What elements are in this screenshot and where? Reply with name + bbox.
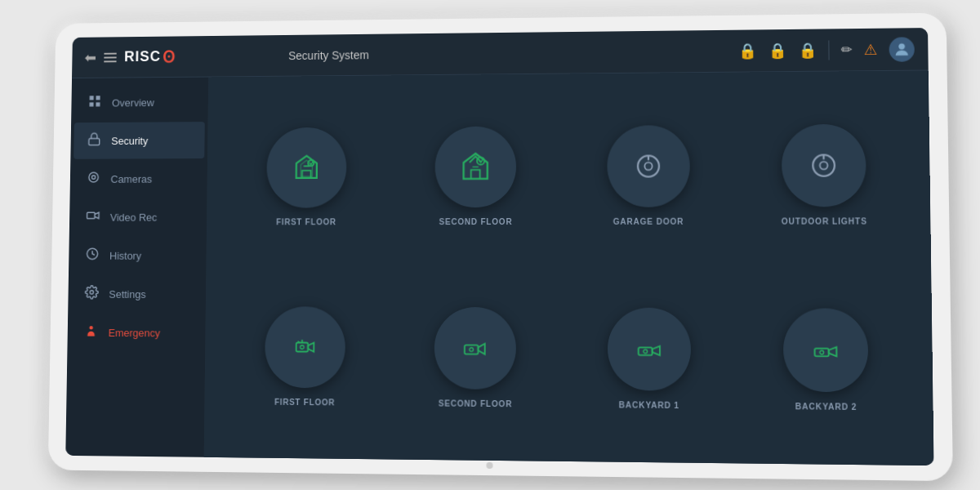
svg-point-26 (470, 347, 474, 351)
svg-point-7 (91, 176, 95, 179)
history-icon (84, 247, 100, 265)
menu-button[interactable] (104, 52, 116, 62)
zone-outdoor-lights[interactable]: OUTDOOR LIGHTS (781, 123, 867, 225)
sidebar-label-videorec: Video Rec (110, 211, 158, 223)
svg-rect-2 (96, 96, 100, 100)
header-divider (828, 40, 829, 60)
svg-rect-1 (90, 96, 94, 100)
videorec-icon (85, 208, 100, 226)
svg-rect-25 (465, 345, 479, 354)
sidebar-label-history: History (109, 249, 141, 261)
alert-icon[interactable]: ⚠ (864, 40, 878, 58)
zone-label-first-floor-security: FIRST FLOOR (276, 217, 336, 226)
svg-rect-5 (89, 139, 100, 145)
sidebar-label-emergency: Emergency (109, 327, 161, 339)
zone-label-first-floor-camera: FIRST FLOOR (274, 397, 335, 407)
zone-circle-garage-door[interactable] (607, 125, 690, 207)
security-icon (87, 132, 102, 149)
back-button[interactable]: ⬅ (84, 49, 96, 66)
zone-circle-second-floor[interactable] (435, 126, 517, 207)
zone-label-second-floor-camera: SECOND FLOOR (439, 399, 512, 408)
header-left: ⬅ RISC ʘ (84, 47, 288, 66)
sidebar-item-videorec[interactable]: Video Rec (73, 198, 204, 235)
overview-icon (87, 94, 102, 111)
zone-first-floor-security[interactable]: FIRST FLOOR (266, 127, 347, 225)
zone-garage-door[interactable]: GARAGE DOOR (607, 125, 690, 226)
logo-icon: ʘ (163, 49, 176, 65)
zone-second-floor-security[interactable]: SECOND FLOOR (435, 126, 517, 226)
emergency-icon (83, 323, 100, 341)
tablet-home-button[interactable] (486, 462, 492, 469)
svg-rect-3 (90, 102, 94, 106)
sidebar-item-emergency[interactable]: Emergency (70, 314, 203, 351)
header: ⬅ RISC ʘ Security System 🔒 🔒 🔒 ✏ ⚠ (72, 28, 929, 78)
zone-circle-backyard2[interactable] (783, 308, 869, 392)
main-content: Overview Security (65, 71, 933, 466)
svg-rect-27 (638, 347, 652, 354)
tablet-screen: ⬅ RISC ʘ Security System 🔒 🔒 🔒 ✏ ⚠ (65, 28, 933, 466)
sidebar-item-cameras[interactable]: Cameras (73, 160, 204, 197)
zone-backyard2[interactable]: BACKYARD 2 (783, 308, 869, 412)
content-area: FIRST FLOOR SECOND FLOOR (204, 71, 934, 466)
zone-circle-first-floor-camera[interactable] (265, 306, 345, 388)
svg-rect-21 (296, 342, 308, 351)
sidebar-label-settings: Settings (109, 287, 145, 300)
zone-circle-second-floor-camera[interactable] (434, 306, 516, 389)
svg-point-28 (643, 349, 647, 353)
sidebar: Overview Security (65, 78, 208, 457)
sidebar-item-history[interactable]: History (72, 237, 203, 274)
lock-orange-icon[interactable]: 🔒 (738, 42, 757, 60)
sidebar-item-overview[interactable]: Overview (74, 83, 205, 121)
sidebar-label-cameras: Cameras (110, 172, 152, 185)
svg-rect-4 (96, 102, 100, 106)
tablet-device: ⬅ RISC ʘ Security System 🔒 🔒 🔒 ✏ ⚠ (48, 13, 953, 481)
svg-point-30 (820, 350, 824, 354)
edit-icon[interactable]: ✏ (841, 42, 853, 57)
zone-circle-first-floor[interactable] (266, 127, 346, 207)
svg-point-22 (301, 345, 305, 349)
svg-point-6 (89, 172, 99, 182)
svg-point-19 (820, 161, 828, 168)
header-icons: 🔒 🔒 🔒 ✏ ⚠ (738, 37, 915, 63)
zone-backyard1[interactable]: BACKYARD 1 (607, 307, 690, 410)
svg-point-10 (90, 291, 93, 294)
sidebar-label-overview: Overview (112, 96, 154, 109)
zone-second-floor-camera[interactable]: SECOND FLOOR (434, 306, 516, 408)
zone-label-outdoor-lights: OUTDOOR LIGHTS (782, 216, 867, 225)
zone-label-backyard2: BACKYARD 2 (795, 401, 858, 411)
lock-green-icon[interactable]: 🔒 (768, 42, 787, 60)
avatar[interactable] (889, 37, 914, 62)
zone-label-second-floor-security: SECOND FLOOR (439, 217, 513, 226)
zone-label-garage-door: GARAGE DOOR (613, 216, 684, 225)
svg-point-16 (644, 162, 652, 169)
zone-label-backyard1: BACKYARD 1 (619, 400, 679, 410)
logo-text: RISC (124, 48, 161, 65)
zone-circle-outdoor-lights[interactable] (782, 123, 866, 207)
logo: RISC ʘ (124, 48, 175, 65)
svg-point-0 (898, 43, 905, 49)
sidebar-item-security[interactable]: Security (74, 122, 205, 159)
svg-rect-8 (87, 212, 95, 218)
svg-rect-29 (814, 348, 828, 355)
settings-icon (84, 285, 100, 303)
lock-red-icon[interactable]: 🔒 (798, 41, 817, 59)
sidebar-item-settings[interactable]: Settings (71, 275, 203, 313)
svg-point-11 (89, 326, 92, 329)
header-title: Security System (288, 44, 738, 61)
zone-first-floor-camera[interactable]: FIRST FLOOR (265, 306, 345, 407)
sidebar-label-security: Security (111, 135, 148, 147)
zone-circle-backyard1[interactable] (607, 307, 690, 390)
cameras-icon (86, 170, 101, 187)
